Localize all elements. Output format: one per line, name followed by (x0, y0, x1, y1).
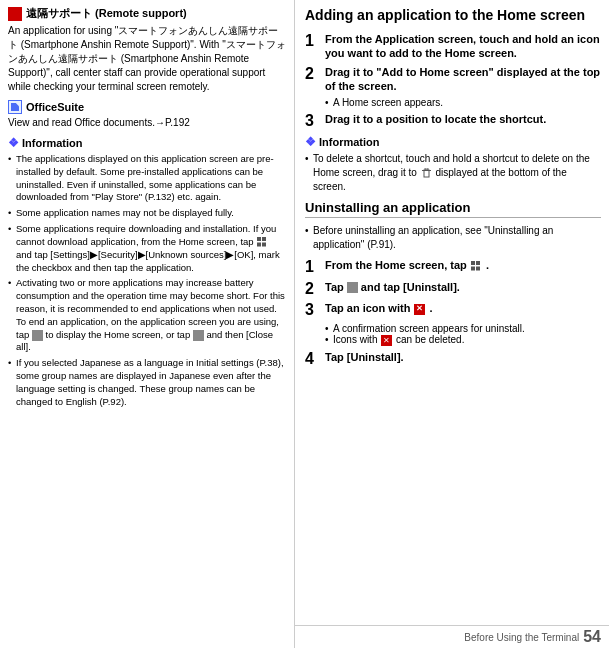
section-title: Adding an application to the Home screen (305, 6, 601, 24)
remote-support-body: An application for using "スマートフォンあんしん遠隔サ… (8, 24, 286, 94)
list-item: To delete a shortcut, touch and hold a s… (305, 152, 601, 194)
remote-support-header: 遠隔サポート (Remote support) (8, 6, 286, 21)
list-item: If you selected Japanese as a language i… (8, 357, 286, 408)
x-icon: ✕ (414, 304, 425, 315)
left-info-list: The applications displayed on this appli… (8, 153, 286, 408)
step-1: 1 From the Application screen, touch and… (305, 32, 601, 61)
diamond-icon: ❖ (8, 136, 19, 150)
remote-support-icon (8, 7, 22, 21)
unstep-3-sub: A confirmation screen appears for uninst… (325, 323, 601, 346)
step-sub-item: A confirmation screen appears for uninst… (325, 323, 601, 334)
left-column: 遠隔サポート (Remote support) An application f… (0, 0, 295, 648)
trash-icon (421, 168, 432, 179)
grid-icon (257, 237, 268, 248)
home-icon (32, 330, 43, 341)
officesuite-icon (8, 100, 22, 114)
svg-rect-1 (262, 237, 266, 241)
svg-rect-7 (471, 261, 475, 265)
unstep-3: 3 Tap an icon with ✕ . (305, 301, 601, 319)
grid-icon-2 (471, 261, 482, 272)
uninstall-title: Uninstalling an application (305, 200, 601, 218)
right-info-header: ❖ Information (305, 135, 601, 149)
footer-number: 54 (583, 628, 601, 646)
left-info-section: ❖ Information The applications displayed… (8, 136, 286, 408)
officesuite-body: View and read Office documents.→P.192 (8, 116, 286, 130)
menu-icon-2 (347, 282, 358, 293)
remote-support-title: 遠隔サポート (Remote support) (26, 6, 187, 21)
x-icon-2: ✕ (381, 335, 392, 346)
svg-rect-10 (476, 266, 480, 270)
svg-rect-8 (476, 261, 480, 265)
list-item: Activating two or more applications may … (8, 277, 286, 354)
svg-rect-6 (425, 168, 428, 170)
officesuite-header: OfficeSuite (8, 100, 286, 114)
left-info-header: ❖ Information (8, 136, 286, 150)
svg-rect-9 (471, 266, 475, 270)
right-info-section: ❖ Information To delete a shortcut, touc… (305, 135, 601, 194)
step-sub-item: Icons with ✕ can be deleted. (325, 334, 601, 346)
list-item: Some applications require downloading an… (8, 223, 286, 274)
right-info-list: To delete a shortcut, touch and hold a s… (305, 152, 601, 194)
step-sub-item: A Home screen appears. (325, 97, 601, 108)
step-3: 3 Drag it to a position to locate the sh… (305, 112, 601, 130)
list-item: Some application names may not be displa… (8, 207, 286, 220)
uninstall-section: Uninstalling an application Before unins… (305, 200, 601, 367)
before-uninstall: Before uninstalling an application, see … (305, 224, 601, 252)
list-item: The applications displayed on this appli… (8, 153, 286, 204)
svg-rect-3 (262, 242, 266, 246)
unstep-4: 4 Tap [Uninstall]. (305, 350, 601, 368)
steps-container: 1 From the Application screen, touch and… (305, 32, 601, 130)
diamond-icon-right: ❖ (305, 135, 316, 149)
right-column: Adding an application to the Home screen… (295, 0, 609, 648)
officesuite-title: OfficeSuite (26, 101, 84, 113)
svg-rect-0 (257, 237, 261, 241)
step-2: 2 Drag it to "Add to Home screen" displa… (305, 65, 601, 94)
svg-rect-2 (257, 242, 261, 246)
unstep-1: 1 From the Home screen, tap . (305, 258, 601, 276)
footer-text: Before Using the Terminal (464, 632, 579, 643)
step-2-sub: A Home screen appears. (325, 97, 601, 108)
footer-bar: Before Using the Terminal 54 (295, 625, 609, 648)
unstep-2: 2 Tap and tap [Uninstall]. (305, 280, 601, 298)
svg-rect-4 (424, 170, 429, 177)
menu-icon (193, 330, 204, 341)
